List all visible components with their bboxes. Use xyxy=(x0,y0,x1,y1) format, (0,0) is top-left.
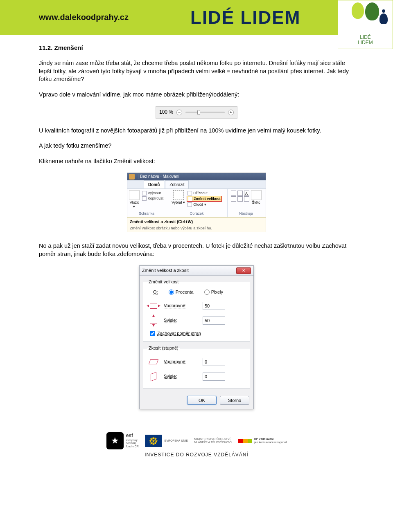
radio-pixels-input[interactable] xyxy=(204,290,210,295)
zoom-slider-track[interactable] xyxy=(185,112,225,113)
zoom-status-bar: 100 % − + xyxy=(156,106,237,119)
tooltip-title: Změnit velikost a zkosit (Ctrl+W) xyxy=(130,219,263,225)
paragraph: Vpravo dole v malování vidíme, jak moc m… xyxy=(39,91,354,99)
window-title-bar: Bez názvu - Malování xyxy=(127,173,266,180)
paragraph: No a pak už jen stačí zadat novou veliko… xyxy=(39,242,354,258)
fill-icon[interactable] xyxy=(237,191,243,196)
paragraph: A jak tedy fotku zmenšíme? xyxy=(39,142,354,150)
header-banner: www.dalekoodprahy.cz LIDÉ LIDEM LIDÉ LID… xyxy=(0,0,393,35)
zoom-slider-handle[interactable] xyxy=(197,110,200,115)
tooltip-body: Změní velikost obrázku nebo výběru a zko… xyxy=(130,226,263,230)
text-icon[interactable]: A xyxy=(244,191,249,196)
vertical-label: Svisle: xyxy=(164,317,199,323)
zoom-out-button[interactable]: − xyxy=(176,110,182,115)
window-title: Bez názvu - Malování xyxy=(140,174,179,180)
skew-fieldset: Zkosit (stupně) Vodorovně: Svisle: xyxy=(143,345,250,388)
rotate-button[interactable]: Otočit ▾ xyxy=(187,202,222,207)
logo-label-1: LIDÉ xyxy=(360,34,371,40)
crop-icon xyxy=(187,191,192,195)
by-label: O: xyxy=(153,289,158,295)
vertical-resize-icon xyxy=(150,318,157,323)
resize-legend: Změnit velikost xyxy=(147,279,180,285)
site-url: www.dalekoodprahy.cz xyxy=(39,13,129,22)
esf-star-icon: ★ xyxy=(106,432,124,449)
person-icon xyxy=(378,13,388,25)
maintain-ratio-label: Zachovat poměr stran xyxy=(157,330,201,337)
ribbon-screenshot: Bez názvu - Malování Domů Zobrazit Vloži… xyxy=(127,173,266,232)
radio-percent-input[interactable] xyxy=(169,290,174,295)
zoom-value: 100 % xyxy=(159,109,173,115)
paste-button[interactable]: Vložit ▾ xyxy=(129,190,140,209)
skew-vertical-label: Svisle: xyxy=(164,373,199,379)
zoom-icon[interactable] xyxy=(244,196,249,202)
banner-title: LIDÉ LIDEM xyxy=(190,7,300,28)
tab-home[interactable]: Domů xyxy=(144,180,164,189)
tab-view[interactable]: Zobrazit xyxy=(165,180,189,189)
eraser-icon[interactable] xyxy=(231,196,236,202)
tree-icon xyxy=(365,2,379,20)
cancel-button[interactable]: Storno xyxy=(220,396,249,405)
paragraph: Jindy se nám zase může třeba stát, že ch… xyxy=(39,59,354,83)
maintain-ratio-checkbox[interactable] xyxy=(150,331,155,336)
page-footer: ★ esf evropský sociální fond v ČR EVROPS… xyxy=(0,427,393,465)
opvk-bar-icon xyxy=(238,439,252,443)
msmt-logo: MINISTERSTVO ŠKOLSTVÍ, MLÁDEŽE A TĚLOVÝC… xyxy=(194,438,232,444)
resize-button[interactable]: Změnit velikost xyxy=(187,196,222,202)
ribbon-tooltip: Změnit velikost a zkosit (Ctrl+W) Změní … xyxy=(127,217,266,232)
section-heading: 11.2. Zmenšení xyxy=(39,44,354,52)
select-button[interactable]: Vybrat ▾ xyxy=(172,190,185,205)
horizontal-skew-icon xyxy=(149,359,158,364)
pencil-icon[interactable] xyxy=(231,191,236,196)
brushes-button[interactable]: Štětc xyxy=(251,190,262,205)
document-body: 11.2. Zmenšení Jindy se nám zase může tř… xyxy=(0,44,393,427)
clipboard-icon xyxy=(129,190,140,200)
brush-icon xyxy=(251,190,262,200)
rotate-icon xyxy=(187,202,192,207)
cut-button[interactable]: Vyjmout xyxy=(141,191,165,195)
ok-button[interactable]: OK xyxy=(187,396,217,405)
esf-logo: ★ esf evropský sociální fond v ČR xyxy=(106,432,139,449)
app-icon xyxy=(129,174,135,180)
horizontal-input[interactable] xyxy=(203,302,225,310)
group-label-image: Obrázek xyxy=(190,210,203,217)
close-button[interactable]: ✕ xyxy=(236,267,251,274)
copy-icon xyxy=(142,196,147,201)
skew-horizontal-input[interactable] xyxy=(203,358,225,366)
vertical-input[interactable] xyxy=(203,317,225,325)
crop-button[interactable]: Oříznout xyxy=(187,191,222,195)
selection-icon xyxy=(173,190,184,200)
horizontal-label: Vodorovně: xyxy=(164,303,199,309)
dialog-title: Změnit velikost a zkosit xyxy=(142,267,189,274)
resize-dialog: Změnit velikost a zkosit ✕ Změnit veliko… xyxy=(139,265,254,409)
resize-icon xyxy=(188,197,192,201)
skew-vertical-input[interactable] xyxy=(203,373,225,381)
skew-legend: Zkosit (stupně) xyxy=(147,345,180,351)
footer-tagline: INVESTICE DO ROZVOJE VZDĚLÁVÁNÍ xyxy=(0,452,393,458)
copy-button[interactable]: Kopírovat xyxy=(141,196,165,201)
group-label-clipboard: Schránka xyxy=(139,210,154,217)
tree-icon xyxy=(352,2,364,19)
scissors-icon xyxy=(142,191,147,195)
group-label-tools: Nástroje xyxy=(239,210,253,217)
logo-label-2: LIDEM xyxy=(358,40,373,45)
skew-horizontal-label: Vodorovně: xyxy=(164,359,199,365)
eu-flag-icon xyxy=(145,435,162,447)
eu-logo: EVROPSKÁ UNIE xyxy=(145,435,188,447)
paragraph: U kvalitních fotografií z novějších foto… xyxy=(39,127,354,135)
paragraph: Klikneme nahoře na tlačítko Změnit velik… xyxy=(39,157,354,166)
radio-pixels[interactable]: Pixely xyxy=(204,289,223,295)
zoom-in-button[interactable]: + xyxy=(228,110,234,115)
radio-percent[interactable]: Procenta xyxy=(169,289,194,295)
horizontal-resize-icon xyxy=(150,303,157,309)
resize-fieldset: Změnit velikost O: Procenta Pixely Vodor… xyxy=(143,279,250,342)
logo-panel: LIDÉ LIDEM xyxy=(338,0,393,49)
opvk-logo: OP Vzdělávání pro konkurenceschopnost xyxy=(238,438,287,444)
vertical-skew-icon xyxy=(151,372,156,381)
picker-icon[interactable] xyxy=(237,196,243,202)
